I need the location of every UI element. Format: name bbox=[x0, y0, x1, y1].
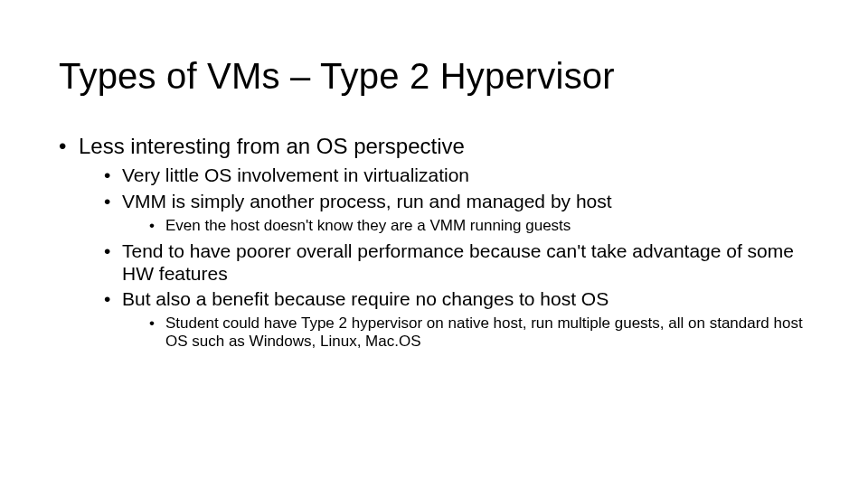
slide: Types of VMs – Type 2 Hypervisor Less in… bbox=[0, 0, 868, 488]
bullet-text: Even the host doesn't know they are a VM… bbox=[165, 217, 571, 234]
slide-body: Less interesting from an OS perspective … bbox=[59, 134, 809, 356]
bullet-text: Less interesting from an OS perspective bbox=[79, 134, 465, 158]
bullet-text: Student could have Type 2 hypervisor on … bbox=[165, 314, 803, 350]
bullet-item: Less interesting from an OS perspective … bbox=[59, 134, 809, 351]
bullet-list-level-3: Even the host doesn't know they are a VM… bbox=[122, 217, 809, 235]
bullet-text: VMM is simply another process, run and m… bbox=[122, 191, 612, 211]
bullet-text: Very little OS involvement in virtualiza… bbox=[122, 164, 469, 185]
bullet-item: Student could have Type 2 hypervisor on … bbox=[149, 314, 809, 351]
bullet-item: Even the host doesn't know they are a VM… bbox=[149, 217, 809, 235]
bullet-text: Tend to have poorer overall performance … bbox=[122, 240, 794, 284]
slide-title: Types of VMs – Type 2 Hypervisor bbox=[59, 56, 615, 97]
bullet-item: Very little OS involvement in virtualiza… bbox=[104, 164, 809, 187]
bullet-text: But also a benefit because require no ch… bbox=[122, 288, 609, 309]
bullet-item: Tend to have poorer overall performance … bbox=[104, 240, 809, 286]
bullet-list-level-1: Less interesting from an OS perspective … bbox=[59, 134, 809, 351]
bullet-item: But also a benefit because require no ch… bbox=[104, 288, 809, 351]
bullet-item: VMM is simply another process, run and m… bbox=[104, 191, 809, 235]
bullet-list-level-3: Student could have Type 2 hypervisor on … bbox=[122, 314, 809, 351]
bullet-list-level-2: Very little OS involvement in virtualiza… bbox=[79, 164, 809, 351]
